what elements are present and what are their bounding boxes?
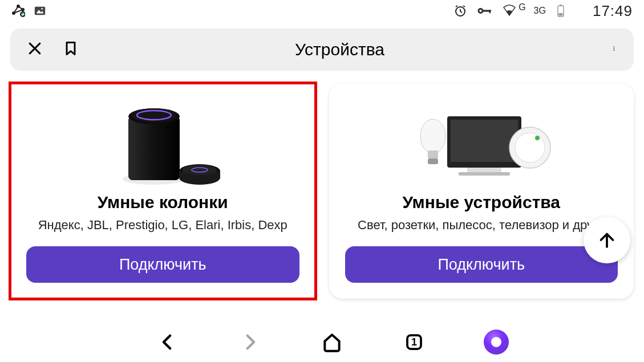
share-icon <box>11 4 25 18</box>
svg-rect-37 <box>467 168 501 172</box>
scroll-top-button[interactable] <box>584 217 630 263</box>
svg-rect-18 <box>558 13 562 16</box>
card-smart-devices[interactable]: Умные устройства Свет, розетки, пылесос,… <box>329 83 634 299</box>
more-menu-button[interactable] <box>601 40 618 59</box>
svg-rect-40 <box>428 151 438 158</box>
svg-point-23 <box>614 50 615 51</box>
close-button[interactable] <box>26 40 43 59</box>
svg-rect-4 <box>35 7 45 15</box>
svg-rect-17 <box>560 5 562 6</box>
svg-point-1 <box>17 5 19 7</box>
gallery-icon <box>33 4 47 18</box>
nav-alice-button[interactable] <box>483 328 510 356</box>
nav-tabs-button[interactable]: 1 <box>400 328 428 356</box>
svg-point-44 <box>535 136 540 140</box>
connect-speakers-button[interactable]: Подключить <box>26 246 299 283</box>
svg-line-11 <box>463 6 465 7</box>
svg-point-21 <box>614 47 615 48</box>
smart-speaker-illustration <box>26 93 299 190</box>
svg-point-13 <box>480 10 482 12</box>
svg-point-0 <box>13 12 15 14</box>
wifi-icon <box>503 4 516 18</box>
bookmark-button[interactable] <box>63 40 79 59</box>
alice-icon <box>484 330 509 355</box>
card-subtitle: Свет, розетки, пылесос, телевизор и друг… <box>358 218 605 233</box>
status-bar: G 3G 17:49 <box>0 0 644 22</box>
svg-point-2 <box>22 9 24 11</box>
nav-forward-button[interactable] <box>236 328 264 356</box>
clock: 17:49 <box>576 2 633 20</box>
svg-rect-41 <box>428 158 438 164</box>
svg-point-39 <box>420 119 445 153</box>
page-header: Устройства <box>10 29 634 71</box>
svg-rect-36 <box>451 120 518 162</box>
card-title: Умные колонки <box>98 193 228 212</box>
card-subtitle: Яндекс, JBL, Prestigio, LG, Elari, Irbis… <box>38 218 287 233</box>
card-title: Умные устройства <box>402 193 560 212</box>
connect-devices-button[interactable]: Подключить <box>345 246 618 283</box>
svg-rect-15 <box>489 10 491 13</box>
alarm-icon <box>453 4 467 18</box>
vpn-key-icon <box>475 4 495 18</box>
svg-point-22 <box>614 48 615 50</box>
svg-line-10 <box>456 6 457 7</box>
tabs-count: 1 <box>411 336 417 348</box>
nav-home-button[interactable] <box>318 328 346 356</box>
svg-point-43 <box>515 133 545 162</box>
svg-rect-38 <box>459 172 510 176</box>
svg-point-6 <box>41 8 43 10</box>
device-cards: Умные колонки Яндекс, JBL, Prestigio, LG… <box>0 71 644 299</box>
network-3g-label: 3G <box>534 6 546 16</box>
battery-icon <box>554 4 568 18</box>
network-g-label: G <box>519 2 525 13</box>
svg-point-33 <box>183 165 217 175</box>
svg-rect-26 <box>128 116 180 180</box>
page-title: Устройства <box>295 40 384 59</box>
card-smart-speakers[interactable]: Умные колонки Яндекс, JBL, Prestigio, LG… <box>10 83 315 299</box>
svg-line-9 <box>460 11 462 13</box>
bottom-nav: 1 <box>0 322 644 362</box>
smart-devices-illustration <box>345 93 618 190</box>
nav-back-button[interactable] <box>154 328 181 356</box>
